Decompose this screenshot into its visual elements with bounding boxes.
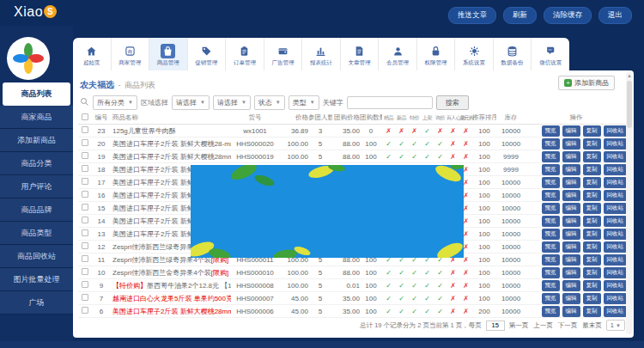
tab-goods[interactable]: 商品管理 <box>149 38 187 70</box>
copy-button[interactable]: 复制 <box>583 241 601 253</box>
edit-button[interactable]: 编辑 <box>562 164 580 175</box>
stock-value[interactable]: 10000 <box>496 217 526 225</box>
tab-member[interactable]: 会员管理 <box>378 38 416 70</box>
per-page-input[interactable] <box>486 321 505 331</box>
sidebar-item-plaza[interactable]: 广场 <box>0 291 73 314</box>
sidebar-item-goods-list[interactable]: 商品列表 <box>3 82 70 106</box>
stock-value[interactable]: 10000 <box>496 295 526 302</box>
row-checkbox[interactable] <box>78 178 92 186</box>
stock-value[interactable]: 10000 <box>496 140 526 148</box>
sort-value[interactable]: 100 <box>472 243 496 251</box>
add-goods-button[interactable]: + 添加新商品 <box>558 76 615 90</box>
copy-button[interactable]: 复制 <box>583 203 601 214</box>
recycle-button[interactable]: 回收站 <box>604 151 628 162</box>
row-checkbox[interactable] <box>78 204 92 212</box>
copy-button[interactable]: 复制 <box>583 293 601 304</box>
edit-button[interactable]: 编辑 <box>562 306 580 317</box>
recycle-button[interactable]: 回收站 <box>604 177 628 188</box>
sort-value[interactable]: 100 <box>472 295 496 302</box>
preview-button[interactable]: 预览 <box>542 241 560 253</box>
scrollbar-thumb[interactable] <box>627 81 632 128</box>
tab-system[interactable]: 系统设置 <box>454 38 493 70</box>
sidebar-item-goods-brand[interactable]: 商品品牌 <box>0 198 73 222</box>
edit-button[interactable]: 编辑 <box>562 203 580 214</box>
goods-name[interactable]: 125g儿童世界牛肉酥 <box>111 126 231 136</box>
stock-value[interactable]: 10000 <box>496 308 526 315</box>
goods-name[interactable]: Zespri佳沛新西兰金奇异果4个装[限购] <box>111 268 231 278</box>
recycle-button[interactable]: 回收站 <box>604 138 628 150</box>
recycle-button[interactable]: 回收站 <box>604 164 628 175</box>
tab-home[interactable]: 起始页 <box>73 38 111 70</box>
sort-value[interactable]: 100 <box>472 256 496 264</box>
row-checkbox[interactable] <box>78 191 92 199</box>
row-checkbox[interactable] <box>78 217 92 225</box>
sidebar-item-goods-recycle[interactable]: 商品回收站 <box>0 245 73 268</box>
recycle-button[interactable]: 回收站 <box>604 125 628 137</box>
copy-button[interactable]: 复制 <box>583 280 601 291</box>
row-checkbox[interactable] <box>78 126 92 135</box>
keyword-input[interactable] <box>347 96 433 109</box>
edit-button[interactable]: 编辑 <box>562 280 580 291</box>
preview-button[interactable]: 预览 <box>542 151 560 162</box>
edit-button[interactable]: 编辑 <box>562 267 580 278</box>
stock-value[interactable]: 10000 <box>496 192 526 199</box>
recycle-button[interactable]: 回收站 <box>604 293 628 304</box>
preview-button[interactable]: 预览 <box>542 177 560 188</box>
goods-name[interactable]: 美国进口车厘子2斤装 新鲜大樱桃28-mm[预售] <box>111 139 231 149</box>
stock-value[interactable]: 10000 <box>496 269 526 277</box>
type-select[interactable]: 类型▼ <box>289 95 319 110</box>
sort-value[interactable]: 100 <box>472 192 496 199</box>
goods-name[interactable]: 越南进口白心火龙果5斤装 单果约500克[限购] <box>111 294 231 303</box>
logout-button[interactable]: 退出 <box>598 7 632 24</box>
preview-button[interactable]: 预览 <box>542 164 560 175</box>
preview-button[interactable]: 预览 <box>542 216 560 227</box>
goods-name[interactable]: 美国进口车厘子2斤装 新鲜大樱桃28mm[限购] <box>111 307 231 316</box>
sort-value[interactable]: 100 <box>472 140 496 148</box>
stock-value[interactable]: 10000 <box>496 230 526 238</box>
copy-button[interactable]: 复制 <box>583 216 601 227</box>
sidebar-item-add-goods[interactable]: 添加新商品 <box>0 129 73 152</box>
stock-value[interactable]: 10000 <box>496 282 526 290</box>
stock-value[interactable]: 10000 <box>496 256 526 264</box>
recycle-button[interactable]: 回收站 <box>604 216 628 227</box>
page-link[interactable]: 下一页 <box>558 321 578 330</box>
recycle-button[interactable]: 回收站 <box>604 203 628 214</box>
goods-name[interactable]: 【特价购】墨西哥牛油果2个12.8元 【10.8号-10.9号发货】 <box>111 281 231 290</box>
edit-button[interactable]: 编辑 <box>562 254 580 266</box>
row-checkbox[interactable] <box>78 281 92 290</box>
copy-button[interactable]: 复制 <box>583 151 601 162</box>
sort-value[interactable]: 100 <box>472 282 496 290</box>
recycle-button[interactable]: 回收站 <box>604 190 628 201</box>
recycle-button[interactable]: 回收站 <box>604 254 628 266</box>
stock-value[interactable]: 10000 <box>496 243 526 251</box>
edit-button[interactable]: 编辑 <box>562 241 580 253</box>
recycle-button[interactable]: 回收站 <box>604 267 628 278</box>
stock-value[interactable]: 9999 <box>496 166 526 174</box>
copy-button[interactable]: 复制 <box>583 164 601 175</box>
goods-name[interactable]: 美国进口车厘子2斤装 新鲜大樱桃28mm[预售] <box>111 152 231 162</box>
breadcrumb-brand[interactable]: 农夫福选 <box>80 80 114 89</box>
copy-button[interactable]: 复制 <box>583 306 601 317</box>
edit-button[interactable]: 编辑 <box>562 138 580 150</box>
preview-button[interactable]: 预览 <box>542 125 560 137</box>
edit-button[interactable]: 编辑 <box>562 293 580 304</box>
row-checkbox[interactable] <box>78 165 92 174</box>
sidebar-item-image-batch[interactable]: 图片批量处理 <box>0 268 73 291</box>
sort-value[interactable]: 100 <box>472 230 496 238</box>
sidebar-item-goods-type[interactable]: 商品类型 <box>0 222 73 245</box>
status-select[interactable]: 状态▼ <box>254 95 285 110</box>
recycle-button[interactable]: 回收站 <box>604 241 628 253</box>
stock-value[interactable]: 10000 <box>496 205 526 212</box>
stock-value[interactable]: 9999 <box>496 153 526 161</box>
edit-button[interactable]: 编辑 <box>562 229 580 240</box>
sort-value[interactable]: 200 <box>472 308 496 315</box>
preview-button[interactable]: 预览 <box>542 280 560 291</box>
edit-button[interactable]: 编辑 <box>562 125 580 137</box>
region-select-1[interactable]: 请选择▼ <box>172 95 210 110</box>
push-article-button[interactable]: 推送文章 <box>448 7 496 24</box>
sort-value[interactable]: 100 <box>472 269 496 277</box>
region-select-2[interactable]: 请选择▼ <box>213 95 251 110</box>
page-link[interactable]: 第一页 <box>509 321 529 330</box>
tab-privilege[interactable]: 权限管理 <box>416 38 455 70</box>
copy-button[interactable]: 复制 <box>583 254 601 266</box>
